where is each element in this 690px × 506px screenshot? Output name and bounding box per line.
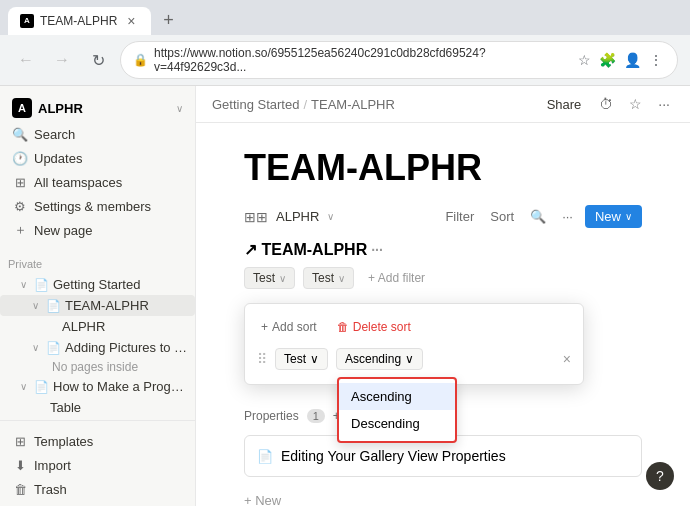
address-actions: ☆ 🧩 👤 ⋮ <box>576 50 665 70</box>
filter-chip-1[interactable]: Test ∨ <box>244 267 295 289</box>
sidebar-search-label: Search <box>34 127 75 142</box>
header-actions: Share ⏱ ☆ ··· <box>541 94 674 114</box>
new-record-button[interactable]: New ∨ <box>585 205 642 228</box>
sort-field-chevron-icon: ∨ <box>310 352 319 366</box>
add-sort-label: Add sort <box>272 320 317 334</box>
sidebar-item-search[interactable]: 🔍 Search <box>4 122 191 146</box>
breadcrumb-part2: TEAM-ALPHR <box>311 97 395 112</box>
sidebar-new-page-label: New page <box>34 223 93 238</box>
filter-button[interactable]: Filter <box>441 207 478 226</box>
breadcrumb-separator: / <box>303 97 307 112</box>
share-button[interactable]: Share <box>541 95 588 114</box>
card-page-icon: 📄 <box>257 449 273 464</box>
sidebar-top: A ALPHR ∨ 🔍 Search 🕐 Updates ⊞ All teams… <box>0 86 195 250</box>
sidebar-item-import[interactable]: ⬇ Import <box>4 453 191 477</box>
sidebar-teamspaces-label: All teamspaces <box>34 175 122 190</box>
drag-handle-icon[interactable]: ⠿ <box>257 351 267 367</box>
filter-bar: Test ∨ Test ∨ + Add filter + Add sort <box>244 267 642 289</box>
sidebar-item-trash[interactable]: 🗑 Trash <box>4 477 191 501</box>
getting-started-label: Getting Started <box>53 277 140 292</box>
settings-icon: ⚙ <box>12 198 28 214</box>
delete-sort-button[interactable]: 🗑 Delete sort <box>333 316 415 338</box>
view-title-text: ↗ TEAM-ALPHR <box>244 240 367 259</box>
trash-icon: 🗑 <box>12 481 28 497</box>
delete-sort-label: Delete sort <box>353 320 411 334</box>
extensions-button[interactable]: 🧩 <box>597 50 618 70</box>
star-page-button[interactable]: ☆ <box>576 50 593 70</box>
sidebar-private-label: Private <box>0 250 195 272</box>
db-chevron-icon[interactable]: ∨ <box>327 211 334 222</box>
sidebar-item-table[interactable]: Table <box>0 397 195 418</box>
sort-popup-actions: + Add sort 🗑 Delete sort <box>245 312 583 342</box>
tab-close-button[interactable]: × <box>123 13 139 29</box>
tree-toggle-icon: ∨ <box>28 299 42 313</box>
new-row-button[interactable]: + New <box>244 485 642 506</box>
address-text: https://www.notion.so/6955125ea56240c291… <box>154 46 570 74</box>
db-grid-icon: ⊞⊞ <box>244 209 268 225</box>
page-icon: 📄 <box>46 299 61 313</box>
sidebar-item-updates[interactable]: 🕐 Updates <box>4 146 191 170</box>
sidebar-item-settings[interactable]: ⚙ Settings & members <box>4 194 191 218</box>
sidebar-settings-label: Settings & members <box>34 199 151 214</box>
history-button[interactable]: ⏱ <box>595 94 617 114</box>
profile-button[interactable]: 👤 <box>622 50 643 70</box>
back-button[interactable]: ← <box>12 46 40 74</box>
database-header: ⊞⊞ ALPHR ∨ Filter Sort 🔍 ··· New ∨ <box>244 205 642 228</box>
more-options-button[interactable]: ··· <box>654 94 674 114</box>
templates-label: Templates <box>34 434 93 449</box>
properties-label: Properties <box>244 409 299 423</box>
favorite-button[interactable]: ☆ <box>625 94 646 114</box>
sort-field-selector[interactable]: Test ∨ <box>275 348 328 370</box>
refresh-button[interactable]: ↻ <box>84 46 112 74</box>
filter-chip-2-label: Test <box>312 271 334 285</box>
sidebar-item-adding-pictures[interactable]: ∨ 📄 Adding Pictures to Yo... <box>0 337 195 358</box>
sidebar-item-how-to-make[interactable]: ∨ 📄 How to Make a Progres... <box>0 376 195 397</box>
search-icon: 🔍 <box>12 126 28 142</box>
tree-toggle-icon: ∨ <box>16 278 30 292</box>
sort-row: ⠿ Test ∨ Ascending ∨ Ascending Descendin… <box>245 342 583 376</box>
address-bar[interactable]: 🔒 https://www.notion.so/6955125ea56240c2… <box>120 41 678 79</box>
alphr-label: ALPHR <box>62 319 105 334</box>
filter-chip-2[interactable]: Test ∨ <box>303 267 354 289</box>
page-icon: 📄 <box>46 341 61 355</box>
new-tab-button[interactable]: + <box>155 6 182 35</box>
tree-toggle-icon: ∨ <box>16 380 30 394</box>
sidebar-item-new-page[interactable]: ＋ New page <box>4 218 191 242</box>
browser-more-button[interactable]: ⋮ <box>647 50 665 70</box>
sidebar-item-team-alphr[interactable]: ∨ 📄 TEAM-ALPHR <box>0 295 195 316</box>
add-filter-button[interactable]: + Add filter <box>362 268 431 288</box>
sidebar-tree: ∨ 📄 Getting Started ∨ 📄 TEAM-ALPHR ALPHR… <box>0 272 195 420</box>
db-name[interactable]: ALPHR <box>276 209 319 224</box>
forward-button[interactable]: → <box>48 46 76 74</box>
teamspaces-icon: ⊞ <box>12 174 28 190</box>
order-option-ascending[interactable]: Ascending <box>339 383 455 410</box>
sidebar-item-all-teamspaces[interactable]: ⊞ All teamspaces <box>4 170 191 194</box>
trash-label: Trash <box>34 482 67 497</box>
sidebar-item-getting-started[interactable]: ∨ 📄 Getting Started <box>0 274 195 295</box>
sidebar-item-templates[interactable]: ⊞ Templates <box>4 429 191 453</box>
no-pages-label: No pages inside <box>0 358 195 376</box>
team-alphr-label: TEAM-ALPHR <box>65 298 149 313</box>
view-title-more-icon[interactable]: ··· <box>371 242 383 258</box>
card-title: Editing Your Gallery View Properties <box>281 448 506 464</box>
db-more-button[interactable]: ··· <box>558 207 577 226</box>
how-to-make-label: How to Make a Progres... <box>53 379 187 394</box>
active-tab[interactable]: A TEAM-ALPHR × <box>8 7 151 35</box>
help-button[interactable]: ? <box>646 462 674 490</box>
workspace-header[interactable]: A ALPHR ∨ <box>4 94 191 122</box>
workspace-name: ALPHR <box>38 101 83 116</box>
sort-close-button[interactable]: × <box>563 351 571 367</box>
add-sort-button[interactable]: + Add sort <box>257 316 321 338</box>
order-option-descending[interactable]: Descending <box>339 410 455 437</box>
main-content: Getting Started / TEAM-ALPHR Share ⏱ ☆ ·… <box>196 86 690 506</box>
sort-button[interactable]: Sort <box>486 207 518 226</box>
sidebar-updates-label: Updates <box>34 151 82 166</box>
search-db-button[interactable]: 🔍 <box>526 207 550 226</box>
tab-bar: A TEAM-ALPHR × + <box>0 0 690 35</box>
templates-icon: ⊞ <box>12 433 28 449</box>
sort-order-selector[interactable]: Ascending ∨ Ascending Descending <box>336 348 423 370</box>
sidebar-item-alphr[interactable]: ALPHR <box>0 316 195 337</box>
filter-chip-2-chevron-icon: ∨ <box>338 273 345 284</box>
view-title[interactable]: ↗ TEAM-ALPHR ··· <box>244 240 383 259</box>
filter-chip-1-label: Test <box>253 271 275 285</box>
